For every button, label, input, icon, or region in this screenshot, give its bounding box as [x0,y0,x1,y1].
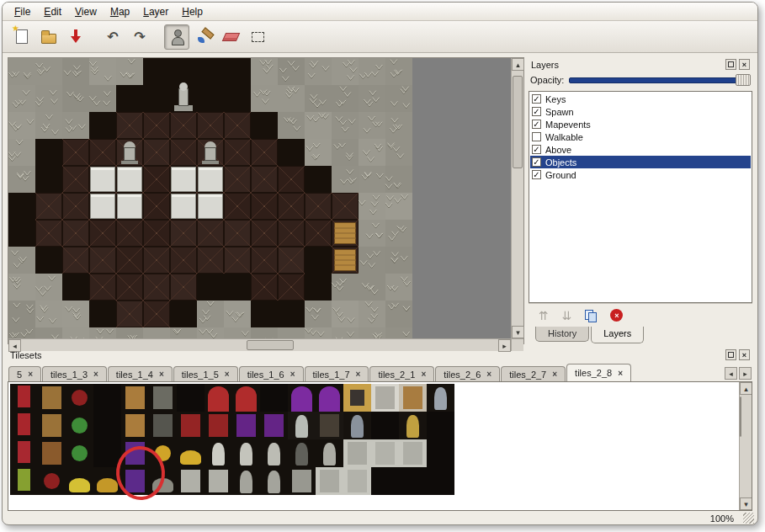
tab-close-icon[interactable]: × [225,370,230,379]
tile-angel-statue[interactable] [232,439,260,467]
menu-view[interactable]: View [68,4,104,19]
open-button[interactable] [36,24,61,50]
layer-row-objects[interactable]: ✓Objects [530,156,751,168]
tab-close-icon[interactable]: × [356,370,361,379]
tile-empty[interactable] [93,384,121,412]
scroll-track[interactable] [512,71,523,326]
tile-purple-throne-top-left[interactable] [288,384,316,412]
tile-angel-statue-2[interactable] [260,439,288,467]
layer-visibility-checkbox[interactable]: ✓ [532,157,541,167]
layer-row-above[interactable]: ✓Above [530,143,751,156]
tile-gravestone-2[interactable] [260,467,288,495]
tile-empty[interactable] [177,384,205,412]
layer-visibility-checkbox[interactable]: ✓ [532,145,541,154]
scroll-up-button[interactable]: ▴ [740,382,752,395]
scroll-up-button[interactable]: ▴ [512,58,524,71]
layer-visibility-checkbox[interactable]: ✓ [532,94,541,104]
scroll-down-button[interactable]: ▾ [512,326,524,338]
tile-red-throne-bottom-left[interactable] [177,412,205,439]
tile-stone-blocks-2[interactable] [371,439,399,467]
tile-dark-crate[interactable] [316,412,343,439]
tileset-vertical-scrollbar[interactable]: ▴ ▾ [739,382,752,510]
menu-edit[interactable]: Edit [37,4,68,19]
map-horizontal-scrollbar[interactable]: ◂ ▸ [8,338,511,351]
tile-cabinet-bottom[interactable] [121,412,149,439]
tileset-tab-tiles_2_7[interactable]: tiles_2_7× [501,366,566,381]
tile-red-emblem[interactable] [10,439,38,467]
tile-purple-throne-bottom-right[interactable] [260,412,288,439]
select-tool-button[interactable] [245,24,270,50]
layer-visibility-checkbox[interactable]: ✓ [532,170,541,179]
tab-layers[interactable]: Layers [591,327,644,343]
tab-close-icon[interactable]: × [552,370,557,379]
tile-red-brazier-2[interactable] [38,467,66,495]
tab-close-icon[interactable]: × [28,370,33,379]
tile-tombstone-cross[interactable] [316,439,343,467]
tile-stone-blocks-5[interactable] [343,467,371,495]
tile-red-banner-bottom[interactable] [10,412,38,439]
raise-layer-button[interactable]: ⇈ [539,308,549,323]
tileset-tab-tiles_1_3[interactable]: tiles_1_3× [42,366,107,381]
tab-history[interactable]: History [535,327,589,342]
tile-armor-stand[interactable] [343,412,371,439]
tile-empty[interactable] [427,467,454,495]
tileset-tab-tiles_2_8[interactable]: tiles_2_8× [566,364,631,381]
tile-bookshelf[interactable] [38,439,66,467]
tileset-tab-tiles_1_4[interactable]: tiles_1_4× [108,366,173,381]
tileset-tab-tiles_1_5[interactable]: tiles_1_5× [173,366,238,381]
tab-close-icon[interactable]: × [421,370,426,379]
tab-close-icon[interactable]: × [486,370,491,379]
scroll-thumb[interactable] [513,76,523,168]
tile-empty[interactable] [399,467,427,495]
tileset-tab-tiles_2_1[interactable]: tiles_2_1× [369,366,434,381]
slider-handle[interactable] [736,74,751,86]
tile-red-throne-bottom-right[interactable] [205,412,232,439]
scroll-thumb[interactable] [247,340,294,350]
tile-gray-door-top[interactable] [149,384,177,412]
menu-map[interactable]: Map [104,4,136,19]
tabs-scroll-left-button[interactable]: ◂ [725,367,737,380]
layer-row-walkable[interactable]: Walkable [530,130,751,143]
menu-help[interactable]: Help [175,4,210,19]
new-button[interactable] [9,24,35,50]
tabs-scroll-right-button[interactable]: ▸ [739,367,752,380]
tile-potted-plant-2[interactable] [66,439,93,467]
delete-layer-button[interactable]: × [610,309,623,322]
scroll-track[interactable] [740,395,752,497]
tileset-tab-5[interactable]: 5× [8,366,41,381]
float-panel-button[interactable] [725,59,736,70]
layer-row-keys[interactable]: ✓Keys [530,93,751,105]
scroll-track[interactable] [21,339,498,351]
tile-statue-pedestal-2[interactable] [205,467,232,495]
resize-grip[interactable] [743,513,754,524]
lower-layer-button[interactable]: ⇊ [562,308,572,323]
tile-empty[interactable] [260,384,288,412]
tile-potted-plant[interactable] [66,412,93,439]
tile-gold-knight[interactable] [399,412,427,439]
tile-cabinet-top[interactable] [121,384,149,412]
layer-row-mapevents[interactable]: ✓Mapevents [530,118,751,130]
tileset-tab-tiles_2_6[interactable]: tiles_2_6× [435,366,500,381]
tile-statue-pedestal[interactable] [177,467,205,495]
menu-file[interactable]: File [8,4,37,19]
tile-stone-blocks-4[interactable] [316,467,343,495]
tab-close-icon[interactable]: × [618,369,623,378]
float-panel-button[interactable] [725,349,736,360]
opacity-slider[interactable] [569,74,751,86]
map-vertical-scrollbar[interactable]: ▴ ▾ [511,58,523,338]
tab-close-icon[interactable]: × [159,370,164,379]
tile-red-throne-top-left[interactable] [205,384,232,412]
layer-row-spawn[interactable]: ✓Spawn [530,105,751,118]
tile-stone-column[interactable] [288,467,316,495]
eraser-tool-button[interactable] [218,24,243,50]
tile-green-flag[interactable] [10,467,38,495]
tile-gravestone[interactable] [232,467,260,495]
tile-red-throne-top-right[interactable] [232,384,260,412]
undo-button[interactable]: ↶ [100,24,125,50]
tile-stone-blocks-3[interactable] [399,439,427,467]
tile-empty[interactable] [371,412,399,439]
tile-gargoyle[interactable] [288,439,316,467]
layer-row-ground[interactable]: ✓Ground [530,168,751,181]
tile-gold-treasure[interactable] [177,439,205,467]
event-tool-button[interactable] [164,24,189,50]
